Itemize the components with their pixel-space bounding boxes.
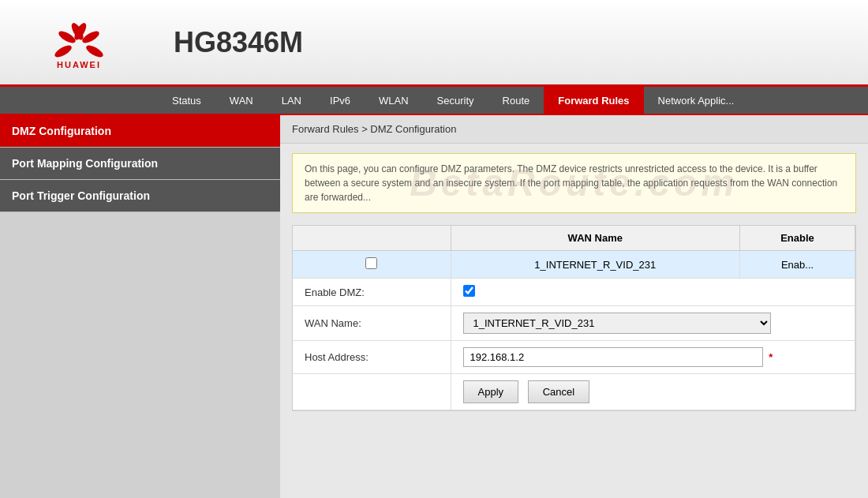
sidebar: DMZ Configuration Port Mapping Configura… <box>0 115 280 498</box>
nav-status[interactable]: Status <box>158 87 215 114</box>
wan-name-select[interactable]: 1_INTERNET_R_VID_231 <box>463 313 771 334</box>
wan-name-control-cell[interactable]: 1_INTERNET_R_VID_231 <box>451 306 855 341</box>
info-box: On this page, you can configure DMZ para… <box>292 153 856 213</box>
nav-route[interactable]: Route <box>488 87 544 114</box>
sidebar-item-port-mapping[interactable]: Port Mapping Configuration <box>0 148 280 180</box>
nav-network-applic[interactable]: Network Applic... <box>644 87 749 114</box>
info-text: On this page, you can configure DMZ para… <box>305 163 837 203</box>
huawei-logo-icon <box>51 15 107 58</box>
col-header-checkbox <box>293 226 451 251</box>
buttons-cell: Apply Cancel <box>451 374 855 410</box>
svg-point-5 <box>84 43 105 58</box>
host-address-input[interactable] <box>463 347 763 367</box>
wan-table: WAN Name Enable 1_INTERNET_R_VID_231 Ena… <box>293 226 855 410</box>
device-title: HG8346M <box>158 26 868 59</box>
enable-dmz-control-cell[interactable] <box>451 279 855 306</box>
nav-ipv6[interactable]: IPv6 <box>316 87 365 114</box>
breadcrumb: Forward Rules > DMZ Configuration <box>280 115 868 144</box>
logo-area: HUAWEI <box>0 7 158 77</box>
content-area: DMZ Configuration Port Mapping Configura… <box>0 115 868 498</box>
row-checkbox-cell[interactable] <box>293 251 451 279</box>
row-wan-name: 1_INTERNET_R_VID_231 <box>451 251 740 279</box>
host-address-label-cell: Host Address: <box>293 341 451 374</box>
wan-name-row: WAN Name: 1_INTERNET_R_VID_231 <box>293 306 855 341</box>
nav-wan[interactable]: WAN <box>215 87 268 114</box>
host-address-control-cell[interactable]: * <box>451 341 855 374</box>
apply-button[interactable]: Apply <box>463 380 519 403</box>
wan-name-label-cell: WAN Name: <box>293 306 451 341</box>
nav-wlan[interactable]: WLAN <box>365 87 423 114</box>
svg-point-4 <box>53 43 73 58</box>
nav-lan[interactable]: LAN <box>268 87 316 114</box>
buttons-row: Apply Cancel <box>293 374 855 410</box>
main-panel: Forward Rules > DMZ Configuration On thi… <box>280 115 868 498</box>
required-marker: * <box>769 351 773 363</box>
sidebar-item-dmz[interactable]: DMZ Configuration <box>0 115 280 148</box>
nav-security[interactable]: Security <box>423 87 488 114</box>
enable-dmz-label-cell: Enable DMZ: <box>293 279 451 306</box>
brand-label: HUAWEI <box>57 60 101 69</box>
navbar: Status WAN LAN IPv6 WLAN Security Route … <box>0 87 868 115</box>
row-select-checkbox[interactable] <box>365 257 377 269</box>
col-header-enable: Enable <box>740 226 855 251</box>
page-header: HUAWEI HG8346M <box>0 0 868 87</box>
table-row: 1_INTERNET_R_VID_231 Enab... <box>293 251 855 279</box>
nav-forward-rules[interactable]: Forward Rules <box>544 87 643 114</box>
cancel-button[interactable]: Cancel <box>528 380 589 403</box>
enable-dmz-row: Enable DMZ: <box>293 279 855 306</box>
sidebar-item-port-trigger[interactable]: Port Trigger Configuration <box>0 180 280 212</box>
enable-dmz-checkbox[interactable] <box>463 285 475 297</box>
host-address-row: Host Address: * <box>293 341 855 374</box>
col-header-wan: WAN Name <box>451 226 740 251</box>
row-enable-value: Enab... <box>740 251 855 279</box>
form-area: WAN Name Enable 1_INTERNET_R_VID_231 Ena… <box>292 225 856 411</box>
buttons-label-cell <box>293 374 451 410</box>
